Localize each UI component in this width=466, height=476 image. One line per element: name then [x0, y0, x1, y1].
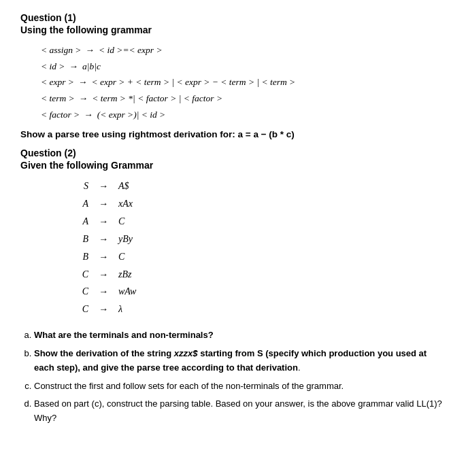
grammar-row-2: < expr > → < expr > + < term > | < expr … [41, 74, 446, 90]
q2-rhs-3: yBy [118, 231, 159, 248]
q2-grammar-row-5: C → zBz [75, 266, 446, 284]
q2-lhs-2: A [75, 213, 88, 231]
q2-rhs-4: C [118, 248, 159, 266]
q2-arrow-3: → [97, 231, 110, 248]
q2-question-b: Show the derivation of the string xzzx$ … [34, 346, 446, 375]
q2-grammar-row-2: A → C [75, 213, 446, 231]
q2-arrow-1: → [97, 195, 110, 213]
q2-rhs-1: xAx [118, 195, 159, 213]
grammar-arrow-0: → [85, 42, 95, 58]
q2-question-c: Construct the first and follow sets for … [34, 379, 446, 393]
q1-grammar-block: < assign > → < id >=< expr > < id > → a|… [41, 42, 446, 122]
q2-grammar-block: S → A$ A → xAx A → C B → yBy B → C C → z… [75, 177, 446, 318]
grammar-rhs-0: < id >=< expr > [99, 42, 163, 58]
grammar-lhs-0: < assign > [41, 42, 81, 58]
q2-grammar-row-6: C → wAw [75, 283, 446, 301]
q2-lhs-0: S [75, 177, 88, 195]
question-1-title: Question (1) [20, 12, 446, 23]
question-2-subtitle: Given the following Grammar [20, 160, 446, 171]
q2-arrow-2: → [97, 213, 110, 231]
q2-rhs-0: A$ [118, 177, 159, 195]
q2-lhs-5: C [75, 266, 88, 284]
parse-statement: Show a parse tree using rightmost deriva… [20, 129, 446, 139]
grammar-arrow-2: → [78, 74, 88, 90]
grammar-arrow-1: → [69, 58, 78, 75]
q2-arrow-5: → [97, 266, 110, 284]
q2-questions-block: What are the terminals and non-terminals… [20, 328, 446, 426]
q2-grammar-row-1: A → xAx [75, 195, 446, 213]
q2-question-a: What are the terminals and non-terminals… [34, 328, 446, 342]
grammar-lhs-4: < factor > [41, 107, 80, 123]
q2-grammar-row-3: B → yBy [75, 231, 446, 248]
q2-question-d: Based on part (c), construct the parsing… [34, 396, 446, 426]
grammar-rhs-4: (< expr >)| < id > [97, 107, 166, 123]
question-1-subtitle: Using the following grammar [20, 24, 446, 35]
q2-lhs-7: C [75, 301, 88, 318]
q2-rhs-5: zBz [118, 266, 159, 284]
q2-arrow-7: → [97, 301, 110, 318]
q2-lhs-3: B [75, 231, 88, 248]
grammar-lhs-3: < term > [41, 90, 75, 107]
q2-arrow-0: → [97, 177, 110, 195]
grammar-arrow-4: → [84, 107, 93, 123]
q2-rhs-7: λ [118, 301, 159, 318]
q2-lhs-4: B [75, 248, 88, 266]
grammar-row-1: < id > → a|b|c [41, 58, 446, 75]
grammar-row-3: < term > → < term > *| < factor > | < fa… [41, 90, 446, 107]
q2-grammar-row-7: C → λ [75, 301, 446, 318]
grammar-rhs-2: < expr > + < term > | < expr > − < term … [91, 74, 295, 90]
q2-arrow-4: → [97, 248, 110, 266]
q2-lhs-6: C [75, 283, 88, 301]
question-2-title: Question (2) [20, 148, 446, 158]
q2-arrow-6: → [97, 283, 110, 301]
grammar-lhs-1: < id > [41, 58, 65, 75]
grammar-row-4: < factor > → (< expr >)| < id > [41, 107, 446, 123]
grammar-row-0: < assign > → < id >=< expr > [41, 42, 446, 58]
grammar-rhs-1: a|b|c [82, 58, 101, 75]
q2-lhs-1: A [75, 195, 88, 213]
q2-rhs-2: C [118, 213, 159, 231]
grammar-rhs-3: < term > *| < factor > | < factor > [92, 90, 222, 107]
q2-grammar-row-0: S → A$ [75, 177, 446, 195]
q2-grammar-row-4: B → C [75, 248, 446, 266]
grammar-lhs-2: < expr > [41, 74, 74, 90]
q2-rhs-6: wAw [118, 283, 159, 301]
grammar-arrow-3: → [79, 90, 88, 107]
